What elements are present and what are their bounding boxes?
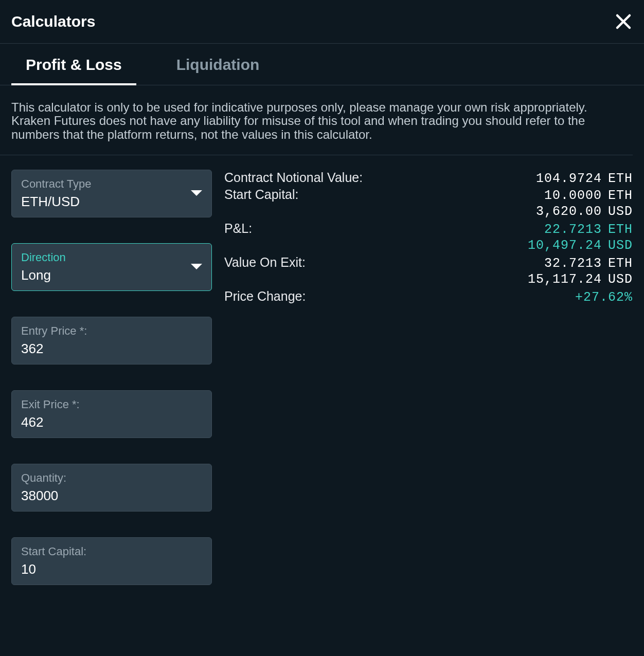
pnl-eth-value: 22.7213	[544, 222, 602, 237]
value-on-exit-usd-value: 15,117.24	[528, 272, 602, 287]
exit-price-input[interactable]	[21, 414, 202, 430]
pnl-eth-unit: ETH	[608, 222, 633, 237]
start-capital-field[interactable]: Start Capital:	[11, 537, 212, 585]
pnl-usd-value: 10,497.24	[528, 238, 602, 253]
direction-label: Direction	[21, 251, 202, 264]
start-capital-input[interactable]	[21, 561, 202, 577]
contract-notional-unit: ETH	[608, 171, 633, 186]
contract-type-label: Contract Type	[21, 177, 202, 191]
start-capital-usd-value: 3,620.00	[536, 204, 602, 219]
price-change-label: Price Change:	[224, 289, 306, 304]
value-on-exit-label: Value On Exit:	[224, 255, 306, 270]
entry-price-input[interactable]	[21, 341, 202, 357]
value-on-exit-eth-unit: ETH	[608, 256, 633, 271]
start-capital-eth-unit: ETH	[608, 188, 633, 203]
entry-price-label: Entry Price *:	[21, 324, 202, 338]
result-start-capital-eth: Start Capital: 10.0000 ETH	[224, 187, 633, 204]
close-icon[interactable]	[614, 12, 633, 31]
exit-price-field[interactable]: Exit Price *:	[11, 390, 212, 438]
start-capital-eth-label: Start Capital:	[224, 187, 299, 202]
chevron-down-icon	[191, 189, 202, 198]
chevron-down-icon	[191, 263, 202, 272]
tab-liquidation[interactable]: Liquidation	[162, 44, 274, 85]
contract-type-select[interactable]: Contract Type ETH/USD	[11, 170, 212, 217]
entry-price-field[interactable]: Entry Price *:	[11, 317, 212, 365]
svg-marker-3	[191, 264, 202, 269]
pnl-label: P&L:	[224, 221, 252, 236]
start-capital-usd-unit: USD	[608, 204, 633, 219]
quantity-label: Quantity:	[21, 471, 202, 485]
result-value-on-exit-usd: 15,117.24 USD	[224, 271, 633, 288]
contract-type-value: ETH/USD	[21, 194, 202, 210]
result-pnl-usd: 10,497.24 USD	[224, 238, 633, 254]
start-capital-label: Start Capital:	[21, 545, 202, 558]
disclaimer-text: This calculator is only to be used for i…	[0, 85, 633, 155]
value-on-exit-eth-value: 32.7213	[544, 256, 602, 271]
quantity-field[interactable]: Quantity:	[11, 464, 212, 512]
svg-marker-2	[191, 190, 202, 196]
start-capital-eth-value: 10.0000	[544, 188, 602, 203]
quantity-input[interactable]	[21, 488, 202, 504]
tab-profit-loss[interactable]: Profit & Loss	[11, 44, 136, 85]
result-pnl-eth: P&L: 22.7213 ETH	[224, 221, 633, 238]
exit-price-label: Exit Price *:	[21, 398, 202, 411]
value-on-exit-usd-unit: USD	[608, 272, 633, 287]
direction-select[interactable]: Direction Long	[11, 243, 212, 291]
result-value-on-exit-eth: Value On Exit: 32.7213 ETH	[224, 254, 633, 271]
pnl-usd-unit: USD	[608, 238, 633, 253]
price-change-value: +27.62%	[575, 290, 633, 305]
result-start-capital-usd: 3,620.00 USD	[224, 204, 633, 221]
contract-notional-value: 104.9724	[536, 171, 602, 186]
result-contract-notional: Contract Notional Value: 104.9724 ETH	[224, 170, 633, 187]
result-price-change: Price Change: +27.62%	[224, 288, 633, 305]
direction-value: Long	[21, 267, 202, 283]
page-title: Calculators	[11, 13, 95, 30]
contract-notional-label: Contract Notional Value:	[224, 170, 363, 185]
